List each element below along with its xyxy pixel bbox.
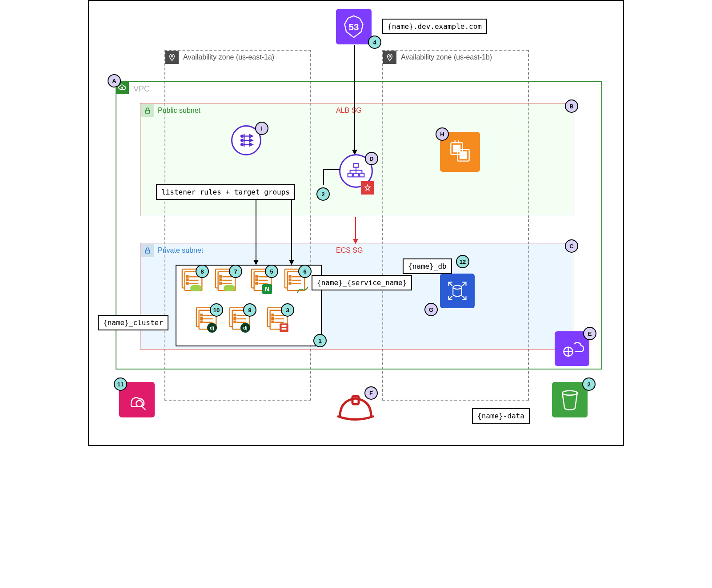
svg-marker-23 bbox=[250, 135, 252, 137]
svg-rect-31 bbox=[460, 152, 467, 159]
badge-B: B bbox=[565, 99, 578, 113]
cluster-label-tag: {name}_cluster bbox=[98, 315, 168, 330]
svg-rect-8 bbox=[354, 163, 358, 167]
badge-H: H bbox=[436, 127, 449, 141]
svg-point-1 bbox=[389, 56, 391, 57]
s3-label-tag: {name}-data bbox=[472, 408, 530, 424]
pin-icon bbox=[383, 51, 396, 64]
badge-E: E bbox=[583, 327, 596, 340]
badge-8: 8 bbox=[196, 265, 209, 278]
svg-rect-15 bbox=[354, 173, 358, 177]
arrow-down-icon bbox=[353, 217, 358, 245]
badge-4: 4 bbox=[368, 36, 381, 49]
route53-icon: 53 bbox=[336, 9, 372, 44]
lock-icon bbox=[141, 244, 154, 257]
badge-F: F bbox=[364, 386, 378, 400]
svg-rect-16 bbox=[360, 173, 364, 177]
badge-C: C bbox=[565, 239, 578, 253]
svg-point-0 bbox=[171, 56, 173, 57]
badge-I: I bbox=[255, 122, 268, 135]
arrow-down-icon bbox=[253, 199, 259, 266]
pin-icon bbox=[165, 51, 179, 64]
lock-icon bbox=[141, 104, 154, 117]
badge-9: 9 bbox=[243, 303, 256, 317]
svg-rect-50 bbox=[282, 328, 287, 330]
svg-point-21 bbox=[241, 143, 243, 146]
connector bbox=[323, 169, 341, 194]
badge-G: G bbox=[424, 303, 438, 316]
private-subnet-label: Private subnet bbox=[158, 246, 203, 254]
service-label-tag: {name}_{service_name} bbox=[312, 275, 412, 290]
svg-rect-14 bbox=[348, 173, 352, 177]
public-subnet-label: Public subnet bbox=[158, 107, 200, 115]
svg-text:53: 53 bbox=[349, 22, 359, 32]
badge-7: 7 bbox=[229, 265, 242, 278]
badge-6: 6 bbox=[298, 265, 312, 278]
rds-icon bbox=[440, 274, 475, 308]
badge-10: 10 bbox=[210, 303, 223, 317]
alb-sg-label: ALB SG bbox=[336, 107, 362, 115]
badge-11: 11 bbox=[114, 377, 127, 391]
svg-marker-17 bbox=[365, 185, 370, 191]
svg-rect-30 bbox=[453, 145, 460, 152]
arrow-down-icon bbox=[289, 199, 294, 266]
svg-rect-49 bbox=[282, 325, 287, 327]
arrow-down-icon bbox=[352, 45, 357, 156]
waf-icon bbox=[361, 181, 374, 195]
db-label-tag: {name}_db bbox=[403, 258, 452, 274]
svg-point-58 bbox=[562, 391, 577, 395]
badge-12: 12 bbox=[456, 255, 469, 268]
svg-point-51 bbox=[453, 286, 462, 289]
listener-rules-tag: listener rules + target groups bbox=[156, 184, 295, 200]
svg-rect-3 bbox=[146, 110, 150, 113]
badge-1-cluster: 1 bbox=[313, 334, 327, 347]
svg-point-20 bbox=[241, 139, 243, 142]
az-a-label: Availability zone (us-east-1a) bbox=[183, 53, 274, 61]
badge-5: 5 bbox=[265, 265, 278, 278]
badge-D: D bbox=[365, 152, 378, 165]
s3-bucket-icon bbox=[552, 382, 588, 417]
svg-line-56 bbox=[142, 406, 146, 410]
svg-rect-4 bbox=[146, 250, 150, 253]
vpc-label: VPC bbox=[133, 84, 150, 94]
svg-point-55 bbox=[136, 401, 142, 407]
svg-marker-39 bbox=[353, 239, 358, 244]
az-b-label: Availability zone (us-east-1b) bbox=[401, 53, 492, 61]
badge-A: A bbox=[108, 74, 121, 87]
svg-point-2 bbox=[122, 87, 123, 89]
badge-2-s3: 2 bbox=[582, 377, 596, 391]
ecs-sg-label: ECS SG bbox=[336, 246, 363, 254]
diagram-canvas: Availability zone (us-east-1a) Availabil… bbox=[88, 0, 624, 446]
svg-marker-27 bbox=[250, 143, 252, 146]
svg-marker-25 bbox=[250, 139, 252, 142]
badge-3: 3 bbox=[281, 303, 294, 317]
svg-point-19 bbox=[241, 135, 243, 137]
route53-domain-tag: {name}.dev.example.com bbox=[382, 19, 487, 34]
